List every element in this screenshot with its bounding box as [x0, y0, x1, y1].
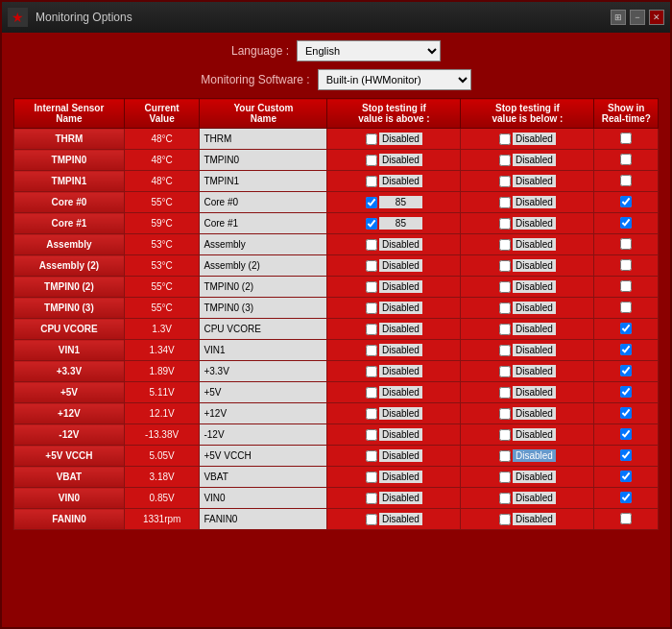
show-realtime-checkbox[interactable] — [620, 449, 632, 461]
sensor-name: CPU VCORE — [14, 319, 125, 340]
show-realtime-checkbox[interactable] — [620, 154, 632, 165]
stop-below-checkbox[interactable] — [499, 281, 511, 293]
table-scroll[interactable]: Internal SensorName CurrentValue Your Cu… — [13, 98, 659, 619]
custom-name[interactable]: Core #1 — [200, 213, 327, 234]
close-button[interactable]: ✕ — [649, 10, 664, 25]
show-realtime-checkbox[interactable] — [620, 238, 632, 250]
stop-below-value: Disabled — [513, 259, 556, 272]
stop-above-checkbox[interactable] — [366, 514, 377, 525]
custom-name[interactable]: VIN1 — [200, 340, 327, 361]
custom-name[interactable]: +5V VCCH — [200, 446, 327, 467]
stop-above-value: 85 — [379, 217, 422, 230]
stop-below-checkbox[interactable] — [499, 345, 511, 356]
stop-above-checkbox[interactable] — [366, 239, 377, 251]
stop-above-checkbox[interactable] — [366, 155, 377, 166]
stop-above-checkbox[interactable] — [366, 366, 377, 377]
stop-below-checkbox[interactable] — [499, 450, 511, 462]
show-realtime-checkbox[interactable] — [620, 217, 632, 229]
stop-above-checkbox[interactable] — [366, 493, 377, 504]
stop-above-checkbox[interactable] — [366, 345, 377, 356]
stop-below-checkbox[interactable] — [499, 133, 511, 145]
stop-below-checkbox[interactable] — [499, 239, 511, 251]
title-bar-left: ★ Monitoring Options — [8, 8, 132, 27]
custom-name[interactable]: Core #0 — [200, 192, 327, 213]
table-row: +5V5.11V+5V Disabled Disabled — [14, 382, 659, 403]
minimize-button[interactable]: − — [630, 10, 645, 25]
show-realtime-checkbox[interactable] — [620, 302, 632, 313]
custom-name[interactable]: +3.3V — [200, 361, 327, 382]
show-realtime-checkbox[interactable] — [620, 175, 632, 186]
stop-above-value: Disabled — [379, 513, 422, 525]
stop-above-checkbox[interactable] — [366, 260, 377, 272]
software-select[interactable]: Built-in (HWMonitor)Other — [318, 69, 471, 90]
table-row: +5V VCCH5.05V+5V VCCH Disabled Disabled — [14, 446, 659, 467]
show-realtime-checkbox[interactable] — [620, 133, 632, 144]
show-realtime-checkbox[interactable] — [620, 428, 632, 440]
table-row: TMPIN0 (3)55°CTMPIN0 (3) Disabled Disabl… — [14, 298, 659, 319]
stop-below-checkbox[interactable] — [499, 514, 511, 525]
stop-below-checkbox[interactable] — [499, 324, 511, 335]
stop-below-checkbox[interactable] — [499, 472, 511, 483]
stop-below-checkbox[interactable] — [499, 155, 511, 166]
stop-above-checkbox[interactable] — [366, 281, 377, 293]
stop-above-checkbox[interactable] — [366, 218, 377, 230]
stop-above-checkbox[interactable] — [366, 197, 377, 208]
table-row: CPU VCORE1.3VCPU VCORE Disabled Disabled — [14, 319, 659, 340]
custom-name[interactable]: TMPIN0 (3) — [200, 298, 327, 319]
stop-above-checkbox[interactable] — [366, 408, 377, 420]
stop-below-cell: Disabled — [461, 171, 594, 192]
stop-above-checkbox[interactable] — [366, 324, 377, 335]
show-realtime-checkbox[interactable] — [620, 513, 632, 524]
show-realtime-checkbox[interactable] — [620, 259, 632, 271]
stop-below-checkbox[interactable] — [499, 176, 511, 187]
stop-below-checkbox[interactable] — [499, 218, 511, 230]
stop-above-checkbox[interactable] — [366, 387, 377, 399]
stop-above-checkbox[interactable] — [366, 133, 377, 145]
show-realtime-checkbox[interactable] — [620, 407, 632, 419]
show-realtime-checkbox[interactable] — [620, 196, 632, 207]
custom-name[interactable]: FANIN0 — [200, 509, 327, 530]
custom-name[interactable]: TMPIN0 — [200, 150, 327, 171]
custom-name[interactable]: +5V — [200, 382, 327, 403]
custom-name[interactable]: THRM — [200, 129, 327, 150]
show-realtime-checkbox[interactable] — [620, 280, 632, 292]
sensor-value: 1331rpm — [124, 509, 200, 530]
show-realtime-checkbox[interactable] — [620, 344, 632, 355]
stop-below-checkbox[interactable] — [499, 408, 511, 420]
stop-above-checkbox[interactable] — [366, 450, 377, 462]
custom-name[interactable]: Assembly — [200, 234, 327, 255]
stop-below-checkbox[interactable] — [499, 302, 511, 314]
custom-name[interactable]: VBAT — [200, 467, 327, 488]
show-realtime-cell — [594, 171, 659, 192]
custom-name[interactable]: +12V — [200, 403, 327, 424]
custom-name[interactable]: Assembly (2) — [200, 255, 327, 277]
stop-above-value: Disabled — [379, 302, 422, 314]
custom-name[interactable]: VIN0 — [200, 488, 327, 509]
stop-below-checkbox[interactable] — [499, 260, 511, 272]
stop-above-checkbox[interactable] — [366, 429, 377, 441]
stop-below-value: Disabled — [513, 280, 556, 293]
stop-above-checkbox[interactable] — [366, 472, 377, 483]
stop-above-checkbox[interactable] — [366, 302, 377, 314]
stop-above-checkbox[interactable] — [366, 176, 377, 187]
stop-below-checkbox[interactable] — [499, 493, 511, 504]
custom-name[interactable]: TMPIN1 — [200, 171, 327, 192]
custom-name[interactable]: CPU VCORE — [200, 319, 327, 340]
custom-name[interactable]: TMPIN0 (2) — [200, 277, 327, 298]
stop-above-cell: Disabled — [327, 277, 461, 298]
show-realtime-checkbox[interactable] — [620, 386, 632, 398]
stop-below-checkbox[interactable] — [499, 366, 511, 377]
stop-above-cell: Disabled — [327, 424, 461, 446]
stop-above-cell: Disabled — [327, 150, 461, 171]
stop-below-checkbox[interactable] — [499, 429, 511, 441]
show-realtime-checkbox[interactable] — [620, 323, 632, 334]
show-realtime-checkbox[interactable] — [620, 492, 632, 503]
table-row: VBAT3.18VVBAT Disabled Disabled — [14, 467, 659, 488]
custom-name[interactable]: -12V — [200, 424, 327, 446]
show-realtime-checkbox[interactable] — [620, 365, 632, 376]
stop-below-checkbox[interactable] — [499, 197, 511, 208]
restore-button[interactable]: ⊞ — [611, 10, 626, 25]
stop-below-checkbox[interactable] — [499, 387, 511, 399]
show-realtime-checkbox[interactable] — [620, 471, 632, 482]
language-select[interactable]: EnglishFrenchGermanSpanish — [297, 40, 441, 61]
